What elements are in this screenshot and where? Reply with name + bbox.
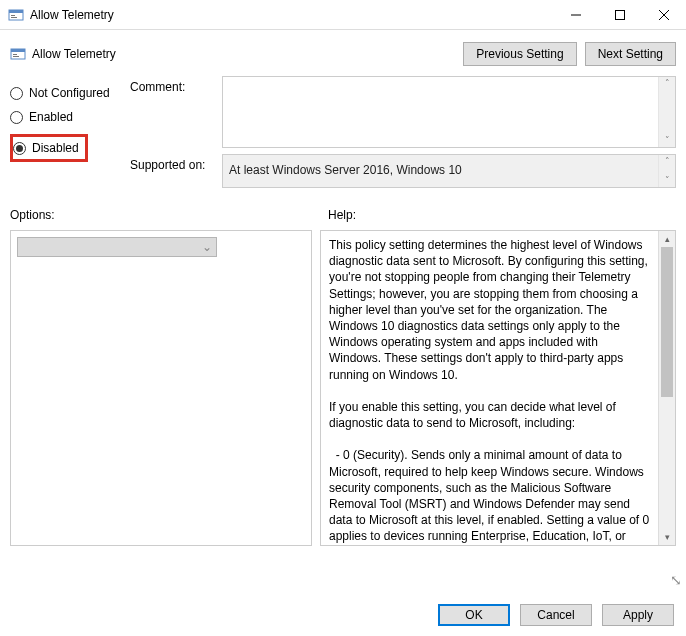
close-button[interactable] (642, 0, 686, 29)
minimize-button[interactable] (554, 0, 598, 29)
next-setting-button[interactable]: Next Setting (585, 42, 676, 66)
state-radios: Not Configured Enabled Disabled (10, 76, 130, 194)
cancel-button[interactable]: Cancel (520, 604, 592, 626)
scroll-thumb[interactable] (661, 247, 673, 397)
help-text: This policy setting determines the highe… (321, 231, 658, 545)
svg-rect-1 (9, 10, 23, 13)
resize-grip[interactable]: ⤡ (670, 572, 682, 588)
scroll-down-icon: ▾ (659, 529, 675, 545)
app-icon (8, 7, 24, 23)
ok-button[interactable]: OK (438, 604, 510, 626)
options-label: Options: (10, 208, 328, 222)
mid-labels: Options: Help: (0, 194, 686, 224)
policy-icon (10, 46, 26, 62)
options-pane: ⌄ (10, 230, 312, 546)
highlight-box: Disabled (10, 134, 88, 162)
header: Allow Telemetry Previous Setting Next Se… (0, 30, 686, 70)
comment-label: Comment: (130, 76, 222, 148)
help-pane: This policy setting determines the highe… (320, 230, 676, 546)
page-title: Allow Telemetry (32, 47, 455, 61)
supported-value: At least Windows Server 2016, Windows 10 (229, 163, 462, 177)
scrollbar[interactable]: ˄˅ (658, 155, 675, 187)
svg-rect-2 (11, 15, 15, 16)
scroll-up-icon: ▴ (659, 231, 675, 247)
comment-input[interactable]: ˄˅ (222, 76, 676, 148)
dialog-buttons: OK Cancel Apply (0, 594, 686, 636)
radio-icon (10, 87, 23, 100)
svg-rect-9 (11, 49, 25, 52)
maximize-button[interactable] (598, 0, 642, 29)
fields: Comment: ˄˅ Supported on: At least Windo… (130, 76, 676, 194)
help-label: Help: (328, 208, 676, 222)
svg-rect-3 (11, 17, 17, 18)
window-title: Allow Telemetry (30, 8, 554, 22)
options-dropdown[interactable]: ⌄ (17, 237, 217, 257)
radio-enabled[interactable]: Enabled (10, 110, 130, 124)
lower-panes: ⌄ This policy setting determines the hig… (0, 224, 686, 546)
svg-rect-5 (616, 10, 625, 19)
supported-label: Supported on: (130, 154, 222, 188)
scrollbar[interactable]: ˄˅ (658, 77, 675, 147)
scrollbar[interactable]: ▴ ▾ (658, 231, 675, 545)
radio-disabled[interactable]: Disabled (13, 141, 79, 155)
radio-not-configured[interactable]: Not Configured (10, 86, 130, 100)
config-area: Not Configured Enabled Disabled Comment:… (0, 70, 686, 194)
previous-setting-button[interactable]: Previous Setting (463, 42, 576, 66)
window-controls (554, 0, 686, 29)
radio-icon (13, 142, 26, 155)
radio-label: Disabled (32, 141, 79, 155)
supported-on-box: At least Windows Server 2016, Windows 10… (222, 154, 676, 188)
chevron-down-icon: ⌄ (202, 240, 212, 254)
radio-label: Not Configured (29, 86, 110, 100)
svg-rect-11 (13, 56, 19, 57)
radio-icon (10, 111, 23, 124)
radio-label: Enabled (29, 110, 73, 124)
svg-rect-10 (13, 54, 17, 55)
titlebar: Allow Telemetry (0, 0, 686, 30)
apply-button[interactable]: Apply (602, 604, 674, 626)
